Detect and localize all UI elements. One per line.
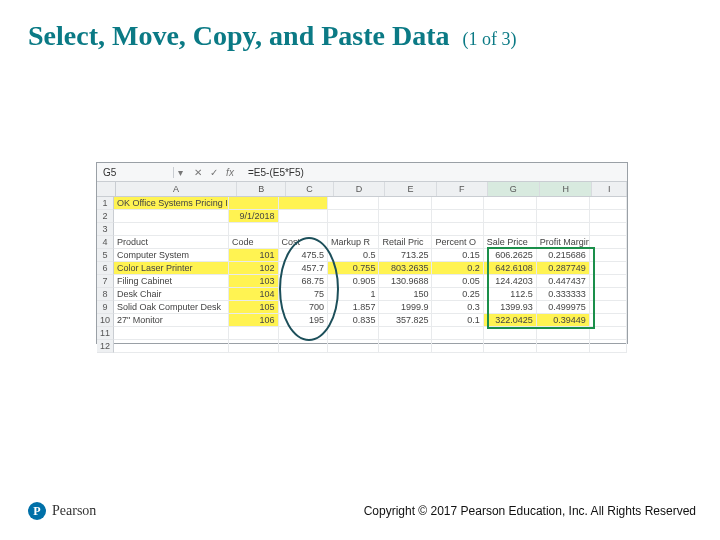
- cell[interactable]: [229, 340, 279, 353]
- cell[interactable]: [379, 210, 432, 223]
- cell[interactable]: [432, 197, 483, 210]
- cell[interactable]: [114, 223, 229, 236]
- cell[interactable]: [328, 223, 379, 236]
- cell[interactable]: [484, 223, 537, 236]
- col-header-E[interactable]: E: [385, 182, 437, 196]
- row-header[interactable]: 1: [97, 197, 114, 210]
- cell[interactable]: [590, 197, 627, 210]
- cell[interactable]: Desk Chair: [114, 288, 229, 301]
- cell[interactable]: [537, 223, 590, 236]
- cell[interactable]: 9/1/2018: [229, 210, 279, 223]
- col-header-A[interactable]: A: [116, 182, 238, 196]
- cell[interactable]: 0.3: [432, 301, 483, 314]
- cell[interactable]: [537, 197, 590, 210]
- cell[interactable]: [590, 288, 627, 301]
- cell[interactable]: [328, 327, 379, 340]
- cell[interactable]: 102: [229, 262, 279, 275]
- col-header-I[interactable]: I: [592, 182, 627, 196]
- cell[interactable]: Computer System: [114, 249, 229, 262]
- cell[interactable]: [279, 210, 329, 223]
- row-header[interactable]: 2: [97, 210, 114, 223]
- cell[interactable]: 357.825: [379, 314, 432, 327]
- cell[interactable]: 130.9688: [379, 275, 432, 288]
- cell[interactable]: 0.447437: [537, 275, 590, 288]
- col-header-D[interactable]: D: [334, 182, 384, 196]
- col-header-C[interactable]: C: [286, 182, 334, 196]
- cell[interactable]: [114, 210, 229, 223]
- row-header[interactable]: 9: [97, 301, 114, 314]
- cell[interactable]: 322.0425: [484, 314, 537, 327]
- cell[interactable]: [279, 197, 329, 210]
- row-header[interactable]: 3: [97, 223, 114, 236]
- cell[interactable]: 803.2635: [379, 262, 432, 275]
- cell[interactable]: 105: [229, 301, 279, 314]
- row-header[interactable]: 8: [97, 288, 114, 301]
- cell[interactable]: [537, 340, 590, 353]
- cell[interactable]: Code: [229, 236, 279, 249]
- cell[interactable]: Percent O: [432, 236, 483, 249]
- cell[interactable]: [590, 249, 627, 262]
- cell[interactable]: 0.905: [328, 275, 379, 288]
- cell[interactable]: 1999.9: [379, 301, 432, 314]
- cell[interactable]: 75: [279, 288, 329, 301]
- cell[interactable]: [484, 327, 537, 340]
- fx-icon[interactable]: fx: [224, 167, 236, 178]
- cell[interactable]: [432, 327, 483, 340]
- cell[interactable]: Solid Oak Computer Desk: [114, 301, 229, 314]
- cell[interactable]: [328, 210, 379, 223]
- cell[interactable]: 0.215686: [537, 249, 590, 262]
- cell[interactable]: Product: [114, 236, 229, 249]
- formula-input[interactable]: =E5-(E5*F5): [242, 167, 627, 178]
- cell[interactable]: [590, 210, 627, 223]
- row-header[interactable]: 10: [97, 314, 114, 327]
- row-header[interactable]: 7: [97, 275, 114, 288]
- cell[interactable]: [328, 197, 379, 210]
- cell[interactable]: [537, 210, 590, 223]
- cell[interactable]: 606.2625: [484, 249, 537, 262]
- cell[interactable]: 475.5: [279, 249, 329, 262]
- cell[interactable]: 68.75: [279, 275, 329, 288]
- cell[interactable]: 0.287749: [537, 262, 590, 275]
- enter-icon[interactable]: ✓: [208, 167, 220, 178]
- cell[interactable]: Markup R: [328, 236, 379, 249]
- cell[interactable]: [590, 327, 627, 340]
- cell[interactable]: OK Office Systems Pricing Information: [114, 197, 229, 210]
- cell[interactable]: Sale Price: [484, 236, 537, 249]
- cell[interactable]: [328, 340, 379, 353]
- cell[interactable]: 0.05: [432, 275, 483, 288]
- cell[interactable]: 0.25: [432, 288, 483, 301]
- cell[interactable]: Profit Margin: [537, 236, 590, 249]
- cell[interactable]: [114, 327, 229, 340]
- cell[interactable]: 150: [379, 288, 432, 301]
- cell[interactable]: 0.39449: [537, 314, 590, 327]
- cell[interactable]: [379, 223, 432, 236]
- cell[interactable]: 0.15: [432, 249, 483, 262]
- name-box[interactable]: G5: [97, 167, 174, 178]
- cell[interactable]: [279, 223, 329, 236]
- cell[interactable]: 0.499975: [537, 301, 590, 314]
- row-header[interactable]: 6: [97, 262, 114, 275]
- cell[interactable]: [432, 223, 483, 236]
- cell[interactable]: 103: [229, 275, 279, 288]
- cell[interactable]: Filing Cabinet: [114, 275, 229, 288]
- cell[interactable]: 713.25: [379, 249, 432, 262]
- cell[interactable]: [590, 223, 627, 236]
- row-header[interactable]: 11: [97, 327, 114, 340]
- cell[interactable]: Cost: [279, 236, 329, 249]
- cell[interactable]: [229, 223, 279, 236]
- cell[interactable]: [432, 340, 483, 353]
- cell[interactable]: 101: [229, 249, 279, 262]
- col-header-H[interactable]: H: [540, 182, 592, 196]
- cell[interactable]: 0.333333: [537, 288, 590, 301]
- cell[interactable]: 27" Monitor: [114, 314, 229, 327]
- cell[interactable]: 0.755: [328, 262, 379, 275]
- cancel-icon[interactable]: ✕: [192, 167, 204, 178]
- cell[interactable]: 124.4203: [484, 275, 537, 288]
- cell[interactable]: [379, 327, 432, 340]
- cell[interactable]: [229, 327, 279, 340]
- select-all-corner[interactable]: [97, 182, 116, 196]
- cell[interactable]: [484, 197, 537, 210]
- cell[interactable]: 0.1: [432, 314, 483, 327]
- col-header-G[interactable]: G: [488, 182, 540, 196]
- cell[interactable]: [590, 314, 627, 327]
